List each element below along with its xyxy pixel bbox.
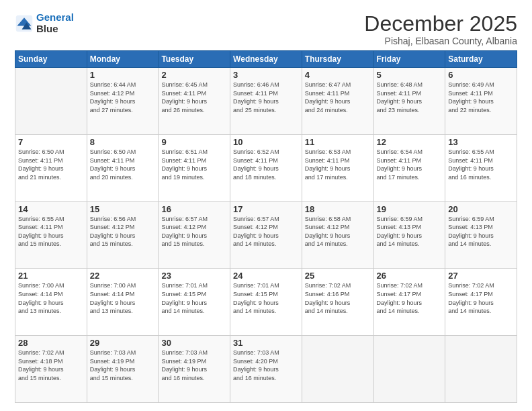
day-info: Sunrise: 7:02 AM Sunset: 4:18 PM Dayligh… [18,349,84,382]
day-info: Sunrise: 6:49 AM Sunset: 4:11 PM Dayligh… [448,81,514,114]
day-number: 6 [448,70,514,80]
weekday-header-cell: Thursday [302,51,373,68]
calendar-cell: 28Sunrise: 7:02 AM Sunset: 4:18 PM Dayli… [15,336,87,403]
calendar-cell: 3Sunrise: 6:46 AM Sunset: 4:11 PM Daylig… [230,68,302,135]
calendar-cell: 26Sunrise: 7:02 AM Sunset: 4:17 PM Dayli… [373,269,445,336]
day-info: Sunrise: 7:01 AM Sunset: 4:15 PM Dayligh… [161,281,227,315]
day-info: Sunrise: 7:03 AM Sunset: 4:20 PM Dayligh… [233,349,299,382]
day-number: 27 [448,271,514,281]
day-number: 4 [305,70,371,80]
day-info: Sunrise: 6:50 AM Sunset: 4:11 PM Dayligh… [90,148,156,181]
day-info: Sunrise: 7:03 AM Sunset: 4:19 PM Dayligh… [90,349,156,382]
day-number: 15 [90,204,156,214]
day-info: Sunrise: 6:52 AM Sunset: 4:11 PM Dayligh… [233,148,299,181]
day-info: Sunrise: 7:02 AM Sunset: 4:17 PM Dayligh… [377,281,443,315]
day-info: Sunrise: 6:54 AM Sunset: 4:11 PM Dayligh… [377,148,443,181]
calendar-cell: 21Sunrise: 7:00 AM Sunset: 4:14 PM Dayli… [15,269,87,336]
day-number: 30 [161,338,227,348]
day-info: Sunrise: 6:58 AM Sunset: 4:12 PM Dayligh… [305,215,371,248]
day-number: 16 [161,204,227,214]
day-info: Sunrise: 6:44 AM Sunset: 4:12 PM Dayligh… [90,81,156,114]
calendar-cell: 19Sunrise: 6:59 AM Sunset: 4:13 PM Dayli… [373,201,445,269]
calendar-cell: 4Sunrise: 6:47 AM Sunset: 4:11 PM Daylig… [302,68,373,135]
weekday-header-cell: Saturday [445,51,517,68]
day-number: 1 [90,70,156,80]
calendar-cell: 15Sunrise: 6:56 AM Sunset: 4:12 PM Dayli… [87,201,159,269]
day-number: 21 [18,271,84,281]
calendar-cell: 31Sunrise: 7:03 AM Sunset: 4:20 PM Dayli… [230,336,302,403]
calendar-cell [373,336,445,403]
day-number: 9 [161,137,227,147]
calendar-cell: 17Sunrise: 6:57 AM Sunset: 4:12 PM Dayli… [230,201,302,269]
day-number: 17 [233,204,299,214]
day-info: Sunrise: 6:56 AM Sunset: 4:12 PM Dayligh… [90,215,156,248]
logo: General Blue [15,12,74,34]
calendar-cell: 1Sunrise: 6:44 AM Sunset: 4:12 PM Daylig… [87,68,159,135]
calendar-cell: 8Sunrise: 6:50 AM Sunset: 4:11 PM Daylig… [87,134,159,201]
day-info: Sunrise: 7:01 AM Sunset: 4:15 PM Dayligh… [233,281,299,315]
day-info: Sunrise: 6:47 AM Sunset: 4:11 PM Dayligh… [305,81,371,114]
weekday-header-row: SundayMondayTuesdayWednesdayThursdayFrid… [15,51,517,68]
weekday-header-cell: Monday [87,51,159,68]
day-info: Sunrise: 6:55 AM Sunset: 4:11 PM Dayligh… [18,215,84,248]
calendar-cell: 14Sunrise: 6:55 AM Sunset: 4:11 PM Dayli… [15,201,87,269]
day-number: 5 [377,70,443,80]
day-info: Sunrise: 6:57 AM Sunset: 4:12 PM Dayligh… [233,215,299,248]
day-number: 2 [161,70,227,80]
calendar-cell: 27Sunrise: 7:02 AM Sunset: 4:17 PM Dayli… [445,269,517,336]
calendar-cell: 25Sunrise: 7:02 AM Sunset: 4:16 PM Dayli… [302,269,373,336]
weekday-header-cell: Wednesday [230,51,302,68]
day-number: 3 [233,70,299,80]
calendar-cell: 6Sunrise: 6:49 AM Sunset: 4:11 PM Daylig… [445,68,517,135]
day-info: Sunrise: 7:02 AM Sunset: 4:17 PM Dayligh… [448,281,514,315]
page: General Blue December 2025 Pishaj, Elbas… [0,0,532,411]
day-number: 13 [448,137,514,147]
calendar-cell [302,336,373,403]
calendar-week-row: 21Sunrise: 7:00 AM Sunset: 4:14 PM Dayli… [15,269,517,336]
calendar-cell: 22Sunrise: 7:00 AM Sunset: 4:14 PM Dayli… [87,269,159,336]
day-info: Sunrise: 6:50 AM Sunset: 4:11 PM Dayligh… [18,148,84,181]
day-info: Sunrise: 7:00 AM Sunset: 4:14 PM Dayligh… [90,281,156,315]
calendar-cell: 23Sunrise: 7:01 AM Sunset: 4:15 PM Dayli… [159,269,230,336]
calendar-cell: 29Sunrise: 7:03 AM Sunset: 4:19 PM Dayli… [87,336,159,403]
calendar-cell: 24Sunrise: 7:01 AM Sunset: 4:15 PM Dayli… [230,269,302,336]
day-info: Sunrise: 6:59 AM Sunset: 4:13 PM Dayligh… [448,215,514,248]
calendar-week-row: 14Sunrise: 6:55 AM Sunset: 4:11 PM Dayli… [15,201,517,269]
logo-text: General Blue [36,12,74,34]
day-info: Sunrise: 6:51 AM Sunset: 4:11 PM Dayligh… [161,148,227,181]
title-block: December 2025 Pishaj, Elbasan County, Al… [364,12,517,46]
day-info: Sunrise: 6:45 AM Sunset: 4:11 PM Dayligh… [161,81,227,114]
day-number: 19 [377,204,443,214]
day-number: 26 [377,271,443,281]
day-number: 28 [18,338,84,348]
day-number: 24 [233,271,299,281]
day-number: 25 [305,271,371,281]
calendar-cell [445,336,517,403]
day-info: Sunrise: 6:48 AM Sunset: 4:11 PM Dayligh… [377,81,443,114]
calendar-cell: 7Sunrise: 6:50 AM Sunset: 4:11 PM Daylig… [15,134,87,201]
calendar-cell: 9Sunrise: 6:51 AM Sunset: 4:11 PM Daylig… [159,134,230,201]
calendar-cell: 30Sunrise: 7:03 AM Sunset: 4:19 PM Dayli… [159,336,230,403]
day-info: Sunrise: 7:02 AM Sunset: 4:16 PM Dayligh… [305,281,371,315]
weekday-header-cell: Friday [373,51,445,68]
day-number: 18 [305,204,371,214]
day-info: Sunrise: 6:46 AM Sunset: 4:11 PM Dayligh… [233,81,299,114]
calendar-cell: 5Sunrise: 6:48 AM Sunset: 4:11 PM Daylig… [373,68,445,135]
day-info: Sunrise: 6:53 AM Sunset: 4:11 PM Dayligh… [305,148,371,181]
day-info: Sunrise: 6:57 AM Sunset: 4:12 PM Dayligh… [161,215,227,248]
day-number: 14 [18,204,84,214]
day-number: 23 [161,271,227,281]
calendar-cell: 11Sunrise: 6:53 AM Sunset: 4:11 PM Dayli… [302,134,373,201]
calendar-cell: 13Sunrise: 6:55 AM Sunset: 4:11 PM Dayli… [445,134,517,201]
day-number: 20 [448,204,514,214]
day-number: 29 [90,338,156,348]
day-info: Sunrise: 6:55 AM Sunset: 4:11 PM Dayligh… [448,148,514,181]
calendar-table: SundayMondayTuesdayWednesdayThursdayFrid… [15,50,517,403]
weekday-header-cell: Tuesday [159,51,230,68]
day-info: Sunrise: 6:59 AM Sunset: 4:13 PM Dayligh… [377,215,443,248]
day-number: 22 [90,271,156,281]
calendar-cell: 10Sunrise: 6:52 AM Sunset: 4:11 PM Dayli… [230,134,302,201]
calendar-cell: 16Sunrise: 6:57 AM Sunset: 4:12 PM Dayli… [159,201,230,269]
header: General Blue December 2025 Pishaj, Elbas… [15,12,517,46]
subtitle: Pishaj, Elbasan County, Albania [364,36,517,46]
